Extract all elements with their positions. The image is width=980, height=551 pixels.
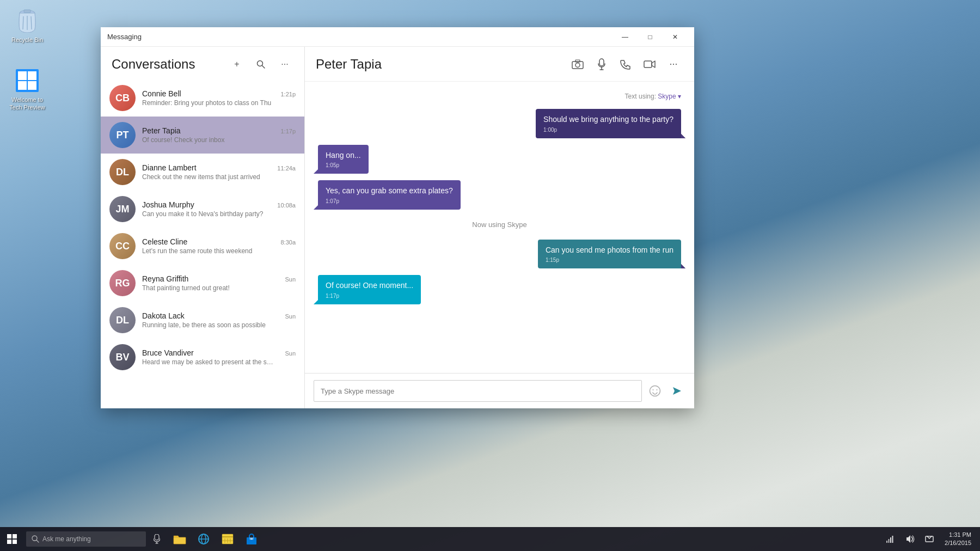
conv-name: Celeste Cline xyxy=(142,237,187,246)
taskbar-microphone-button[interactable] xyxy=(148,530,166,548)
send-button[interactable] xyxy=(668,382,685,400)
conversation-item-dakota-lack[interactable]: DL Dakota Lack Sun Running late, be ther… xyxy=(101,302,304,339)
svg-rect-39 xyxy=(886,541,887,543)
svg-rect-43 xyxy=(926,536,933,542)
new-conversation-button[interactable]: + xyxy=(228,56,246,73)
close-button[interactable]: ✕ xyxy=(663,28,688,46)
chat-contact-name: Peter Tapia xyxy=(316,57,568,72)
conv-time: Sun xyxy=(285,313,296,320)
message-bubble-2: Hang on... 1:05p xyxy=(318,145,369,174)
volume-icon[interactable] xyxy=(901,530,918,548)
taskbar-search[interactable] xyxy=(26,531,146,547)
svg-rect-41 xyxy=(890,537,891,543)
conv-name: Bruce Vandiver xyxy=(142,348,194,357)
text-using-service[interactable]: Skype ▾ xyxy=(658,93,681,100)
svg-rect-9 xyxy=(28,81,36,90)
conversations-header: Conversations + ··· xyxy=(101,47,304,79)
recycle-bin-label: Recycle Bin xyxy=(11,36,43,44)
message-bubble-3: Yes, can you grab some extra plates? 1:0… xyxy=(318,180,461,210)
conv-preview: Heard we may be asked to present at the … xyxy=(142,358,296,366)
conv-name-row: Peter Tapia 1:17p xyxy=(142,126,296,135)
message-time: 1:05p xyxy=(326,162,361,168)
conversation-item-connie-bell[interactable]: CB Connie Bell 1:21p Reminder: Bring you… xyxy=(101,79,304,117)
taskbar: 1:31 PM 2/16/2015 xyxy=(0,527,980,551)
conv-name: Joshua Murphy xyxy=(142,200,194,209)
network-icon[interactable] xyxy=(881,530,899,548)
svg-rect-14 xyxy=(575,60,580,62)
avatar-joshua-murphy: JM xyxy=(109,196,136,222)
message-row-3: Yes, can you grab some extra plates? 1:0… xyxy=(318,180,681,210)
conv-name: Dianne Lambert xyxy=(142,163,197,172)
taskbar-file-explorer[interactable] xyxy=(168,527,192,551)
conversation-item-reyna-griffith[interactable]: RG Reyna Griffith Sun That painting turn… xyxy=(101,265,304,302)
welcome-label: Welcome toTech Preview xyxy=(9,96,45,112)
chat-actions: ··· xyxy=(568,54,683,74)
message-time: 1:17p xyxy=(326,293,413,299)
message-bubble-1: Should we bring anything to the party? 1… xyxy=(536,109,681,138)
conv-time: Sun xyxy=(285,276,296,283)
svg-rect-42 xyxy=(892,536,893,543)
camera-button[interactable] xyxy=(568,54,587,74)
window-title: Messaging xyxy=(107,33,612,41)
taskbar-system-tray: 1:31 PM 2/16/2015 xyxy=(881,530,980,548)
message-input[interactable] xyxy=(314,380,642,402)
conv-time: 8:30a xyxy=(280,239,296,246)
text-using-bar: Text using: Skype ▾ xyxy=(318,93,681,100)
minimize-button[interactable]: — xyxy=(612,28,638,46)
maximize-button[interactable]: □ xyxy=(638,28,663,46)
text-using-label: Text using: xyxy=(625,93,658,100)
desktop-icon-welcome[interactable]: Welcome toTech Preview xyxy=(5,65,49,114)
emoji-button[interactable] xyxy=(646,382,664,400)
conv-name-row: Dianne Lambert 11:24a xyxy=(142,163,296,172)
window-controls: — □ ✕ xyxy=(612,28,688,46)
svg-rect-27 xyxy=(174,537,186,544)
message-text: Yes, can you grab some extra plates? xyxy=(326,186,453,197)
conv-name: Connie Bell xyxy=(142,89,181,98)
microphone-button[interactable] xyxy=(592,54,611,74)
conv-info-connie-bell: Connie Bell 1:21p Reminder: Bring your p… xyxy=(142,89,296,107)
avatar-connie-bell: CB xyxy=(109,85,136,111)
conv-name-row: Joshua Murphy 10:08a xyxy=(142,200,296,209)
more-conversations-button[interactable]: ··· xyxy=(276,56,293,73)
desktop-icon-recycle-bin[interactable]: Recycle Bin xyxy=(5,5,49,46)
conversation-item-peter-tapia[interactable]: PT Peter Tapia 1:17p Of course! Check yo… xyxy=(101,117,304,154)
conversation-item-bruce-vandiver[interactable]: BV Bruce Vandiver Sun Heard we may be as… xyxy=(101,339,304,376)
svg-rect-7 xyxy=(28,71,36,80)
windows-logo-icon xyxy=(7,534,17,544)
video-button[interactable] xyxy=(640,54,659,74)
message-text: Hang on... xyxy=(326,150,361,161)
message-row-2: Hang on... 1:05p xyxy=(318,145,681,174)
more-chat-button[interactable]: ··· xyxy=(664,54,683,74)
search-input[interactable] xyxy=(42,535,130,543)
conv-preview: Running late, be there as soon as possib… xyxy=(142,321,296,329)
conv-name-row: Connie Bell 1:21p xyxy=(142,89,296,98)
conv-name-row: Dakota Lack Sun xyxy=(142,311,296,320)
conv-info-celeste-cline: Celeste Cline 8:30a Let's run the same r… xyxy=(142,237,296,255)
conversation-item-celeste-cline[interactable]: CC Celeste Cline 8:30a Let's run the sam… xyxy=(101,228,304,265)
svg-rect-40 xyxy=(889,539,890,543)
conv-name: Reyna Griffith xyxy=(142,274,188,283)
phone-button[interactable] xyxy=(616,54,635,74)
desktop: Recycle Bin Welcome toTech Preview Messa… xyxy=(0,0,980,551)
now-using-skype-separator: Now using Skype xyxy=(318,216,681,233)
conv-time: 10:08a xyxy=(277,202,296,209)
conv-name: Peter Tapia xyxy=(142,126,181,135)
message-row-4: Can you send me photos from the run 1:15… xyxy=(318,240,681,269)
svg-rect-32 xyxy=(222,536,233,537)
conv-preview: That painting turned out great! xyxy=(142,284,296,292)
message-time: 1:00p xyxy=(543,127,673,133)
message-text: Can you send me photos from the run xyxy=(546,245,673,256)
taskbar-store[interactable] xyxy=(240,527,264,551)
conv-time: Sun xyxy=(285,350,296,357)
taskbar-clock[interactable]: 1:31 PM 2/16/2015 xyxy=(940,531,976,548)
conversation-item-dianne-lambert[interactable]: DL Dianne Lambert 11:24a Check out the n… xyxy=(101,154,304,191)
notification-icon[interactable] xyxy=(921,530,938,548)
search-conversations-button[interactable] xyxy=(252,56,270,73)
avatar-peter-tapia: PT xyxy=(109,122,136,148)
start-button[interactable] xyxy=(0,527,24,551)
chat-input-area xyxy=(305,373,694,408)
taskbar-internet-explorer[interactable] xyxy=(192,527,216,551)
conversation-item-joshua-murphy[interactable]: JM Joshua Murphy 10:08a Can you make it … xyxy=(101,191,304,228)
message-row-5: Of course! One moment... 1:17p xyxy=(318,275,681,304)
taskbar-file-manager[interactable] xyxy=(216,527,240,551)
